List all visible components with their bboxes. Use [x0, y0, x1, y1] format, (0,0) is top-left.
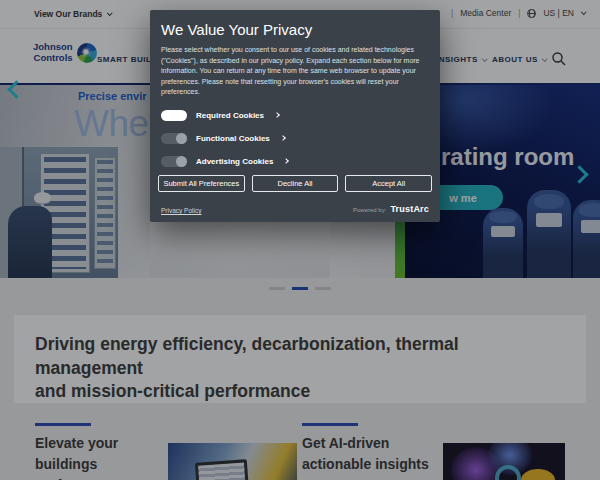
- functional-cookies-toggle[interactable]: [161, 133, 187, 144]
- decline-all-button[interactable]: Decline All: [252, 175, 339, 192]
- chevron-right-icon: [280, 135, 286, 141]
- dialog-button-row: Submit All Preferences Decline All Accep…: [158, 175, 432, 192]
- toggle-label: Advertising Cookies: [196, 157, 273, 166]
- toggle-label: Functional Cookies: [196, 134, 270, 143]
- privacy-policy-link[interactable]: Privacy Policy: [161, 207, 201, 214]
- advertising-cookies-row[interactable]: Advertising Cookies: [161, 156, 429, 167]
- chevron-right-icon: [284, 158, 290, 164]
- dialog-body-text: Please select whether you consent to our…: [161, 45, 429, 98]
- cookie-consent-dialog: We Value Your Privacy Please select whet…: [150, 10, 440, 222]
- dialog-footer: Privacy Policy Powered by: TrustArc: [161, 204, 429, 214]
- required-cookies-row[interactable]: Required Cookies: [161, 110, 429, 121]
- trustarc-logo: TrustArc: [390, 204, 429, 214]
- functional-cookies-row[interactable]: Functional Cookies: [161, 133, 429, 144]
- powered-by-group: Powered by: TrustArc: [353, 204, 429, 214]
- powered-by-label: Powered by:: [353, 207, 386, 213]
- required-cookies-toggle[interactable]: [161, 110, 187, 121]
- toggle-label: Required Cookies: [196, 111, 264, 120]
- advertising-cookies-toggle[interactable]: [161, 156, 187, 167]
- submit-all-preferences-button[interactable]: Submit All Preferences: [158, 175, 245, 192]
- accept-all-button[interactable]: Accept All: [345, 175, 432, 192]
- dialog-title: We Value Your Privacy: [161, 21, 429, 38]
- chevron-right-icon: [274, 112, 280, 118]
